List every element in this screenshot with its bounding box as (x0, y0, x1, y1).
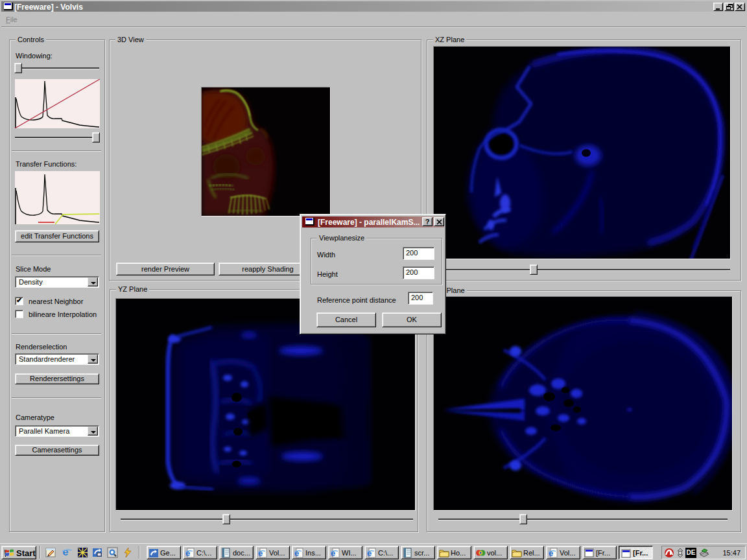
svg-text:e: e (63, 546, 69, 557)
